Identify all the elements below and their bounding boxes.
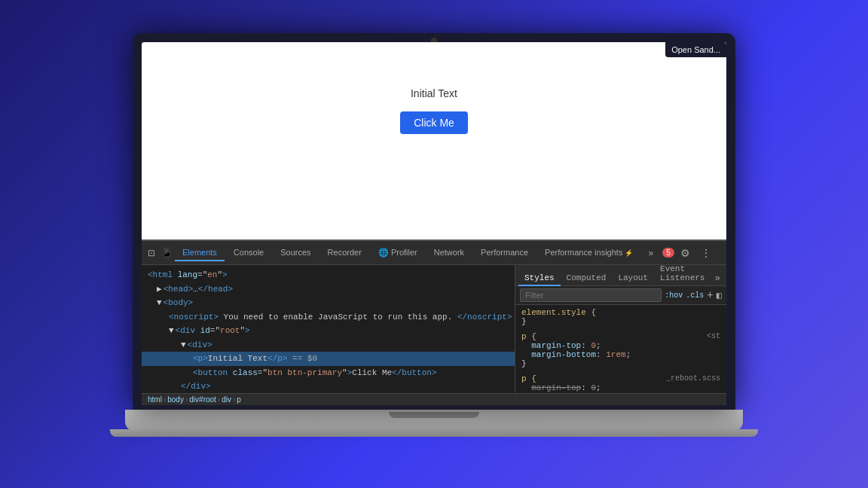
tab-recorder[interactable]: Recorder	[320, 245, 369, 261]
error-badge: 5	[662, 248, 674, 258]
devtools-toolbar: ⊡ 📱 Elements Console Sources Recorder	[142, 241, 726, 265]
tab-profiler[interactable]: 🌐 Profiler	[371, 245, 425, 262]
page-content: Initial Text Click Me	[400, 87, 468, 134]
more-tabs-button[interactable]: »	[643, 245, 658, 261]
code-line: </div>	[142, 380, 515, 393]
breadcrumb-html[interactable]: html	[148, 395, 162, 404]
code-line-highlighted: <p>Initial Text</p> == $0	[142, 352, 515, 366]
filter-icon[interactable]: ◧	[717, 290, 722, 301]
settings-icon[interactable]: ⚙	[676, 246, 695, 261]
more-options-icon[interactable]: ⋮	[696, 246, 716, 261]
initial-text: Initial Text	[411, 87, 457, 99]
tab-console[interactable]: Console	[226, 245, 271, 261]
laptop-bottom	[110, 429, 758, 437]
tab-sources[interactable]: Sources	[273, 245, 318, 261]
tab-event-listeners[interactable]: Event Listeners	[654, 265, 712, 286]
breadcrumb-p[interactable]: p	[237, 395, 241, 404]
code-line: ▶<head>…</head>	[142, 282, 515, 297]
tab-network[interactable]: Network	[426, 245, 472, 261]
breadcrumb-root[interactable]: div#root	[189, 395, 216, 404]
code-line: ▼<div>	[142, 338, 515, 352]
add-style-button[interactable]: +	[707, 289, 713, 301]
breadcrumb-body[interactable]: body	[167, 395, 184, 404]
tab-computed[interactable]: Computed	[561, 271, 613, 286]
styles-content: element.style { } <st p { margin-top: 0;…	[515, 305, 726, 393]
style-rule-p1: <st p { margin-top: 0; margin-bottom: 1r…	[521, 332, 720, 368]
styles-more-button[interactable]: »	[712, 272, 723, 285]
breadcrumb-bar: html › body › div#root › div › p	[142, 393, 726, 405]
inspect-icon[interactable]: ⊡	[145, 246, 158, 260]
open-sandbox-tooltip: Open Sand...	[665, 42, 726, 57]
code-line: ▼<body>	[142, 296, 515, 310]
tab-layout[interactable]: Layout	[612, 271, 654, 286]
laptop-base	[125, 410, 743, 431]
filter-bar: :hov .cls + ◧	[515, 286, 726, 305]
breadcrumb-div[interactable]: div	[222, 395, 231, 404]
screen-bezel: Open Sand... Initial Text Click Me ⊡ 📱 E…	[133, 33, 735, 410]
click-me-button[interactable]: Click Me	[400, 111, 468, 134]
code-line: <html lang="en">	[142, 268, 515, 282]
tab-performance[interactable]: Performance	[473, 245, 536, 261]
device-icon[interactable]: 📱	[160, 246, 173, 260]
styles-tabs: Styles Computed Layout Event Listeners »	[515, 265, 726, 286]
style-rule-p2: _reboot.scss p { margin-top: 0; margin-b…	[521, 374, 720, 393]
cls-filter-button[interactable]: .cls	[686, 291, 704, 300]
elements-panel: <html lang="en"> ▶<head>…</head> ▼<body>…	[142, 265, 515, 393]
tab-elements[interactable]: Elements	[175, 245, 225, 261]
tab-styles[interactable]: Styles	[518, 271, 561, 286]
code-line: <noscript> You need to enable JavaScript…	[142, 310, 515, 325]
screen: Open Sand... Initial Text Click Me ⊡ 📱 E…	[142, 42, 726, 405]
styles-panel: Styles Computed Layout Event Listeners »…	[515, 265, 726, 393]
code-line: ▼<div id="root">	[142, 324, 515, 338]
devtools-panel: ⊡ 📱 Elements Console Sources Recorder	[142, 239, 726, 405]
pseudo-filter-button[interactable]: :hov	[665, 291, 683, 300]
laptop-notch	[389, 412, 479, 418]
style-rule-element: element.style { }	[521, 308, 720, 326]
browser-content: Open Sand... Initial Text Click Me	[142, 42, 726, 239]
filter-input[interactable]	[520, 288, 662, 302]
code-line: <button class="btn btn-primary">Click Me…	[142, 366, 515, 380]
tab-perf-insights[interactable]: Performance insights ⚡	[537, 245, 640, 261]
devtools-body: <html lang="en"> ▶<head>…</head> ▼<body>…	[142, 265, 726, 393]
laptop: Open Sand... Initial Text Click Me ⊡ 📱 E…	[125, 33, 743, 455]
